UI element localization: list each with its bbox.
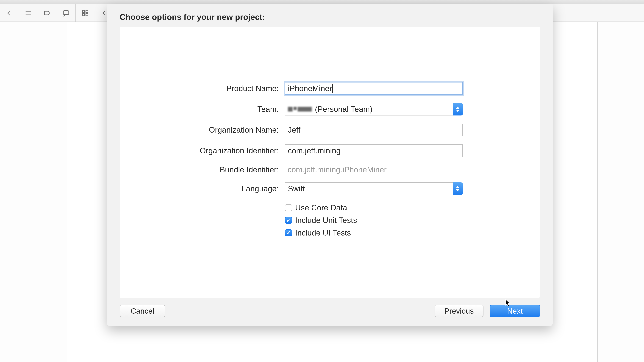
comment-icon[interactable] (61, 8, 71, 18)
language-popup[interactable]: Swift (285, 182, 463, 195)
checkmark-icon: ✓ (286, 230, 291, 236)
team-label: Team: (197, 105, 279, 114)
back-arrow-icon[interactable] (5, 8, 14, 18)
sheet-title: Choose options for your new project: (120, 12, 540, 22)
svg-rect-5 (86, 10, 88, 12)
use-core-data-label: Use Core Data (295, 203, 347, 212)
product-name-input[interactable]: iPhoneMiner (285, 82, 463, 95)
include-unit-tests-row: ✓ Include Unit Tests (285, 216, 463, 225)
tag-icon[interactable] (42, 8, 52, 18)
next-button[interactable]: Next (490, 305, 540, 317)
svg-rect-3 (63, 10, 69, 14)
include-unit-tests-label: Include Unit Tests (295, 216, 357, 225)
list-icon[interactable] (24, 8, 33, 18)
cancel-button[interactable]: Cancel (120, 305, 165, 317)
toolbar-divider (76, 4, 76, 22)
language-popup-value: Swift (285, 182, 453, 195)
svg-rect-4 (82, 10, 84, 12)
use-core-data-checkbox[interactable] (285, 204, 292, 211)
organization-name-input[interactable]: Jeff (285, 124, 463, 136)
include-ui-tests-label: Include UI Tests (295, 228, 351, 237)
product-name-value: iPhoneMiner (288, 84, 332, 93)
previous-button[interactable]: Previous (434, 305, 484, 317)
checkmark-icon: ✓ (286, 217, 291, 223)
svg-rect-7 (86, 13, 88, 15)
team-name-redacted (288, 107, 312, 112)
bundle-identifier-value: com.jeff.mining.iPhoneMiner (285, 165, 463, 174)
include-unit-tests-checkbox[interactable]: ✓ (285, 217, 292, 224)
include-ui-tests-checkbox[interactable]: ✓ (285, 229, 292, 236)
new-project-sheet: Choose options for your new project: Pro… (107, 4, 553, 326)
left-sidebar (0, 22, 67, 362)
bundle-identifier-label: Bundle Identifier: (197, 165, 279, 174)
include-ui-tests-row: ✓ Include UI Tests (285, 228, 463, 237)
project-options-form: Product Name: iPhoneMiner Team: (Persona… (197, 82, 463, 298)
use-core-data-row: Use Core Data (285, 203, 463, 212)
right-sidebar (598, 22, 644, 362)
organization-identifier-label: Organization Identifier: (197, 146, 279, 155)
language-label: Language: (197, 184, 279, 193)
sheet-footer: Cancel Previous Next (120, 305, 540, 317)
organization-identifier-input[interactable]: com.jeff.mining (285, 144, 463, 157)
team-popup[interactable]: (Personal Team) (285, 103, 463, 115)
popup-arrows-icon (453, 182, 463, 195)
product-name-label: Product Name: (197, 84, 279, 93)
organization-name-label: Organization Name: (197, 125, 279, 134)
team-popup-value: (Personal Team) (285, 103, 453, 115)
text-cursor (332, 84, 333, 93)
sheet-body: Product Name: iPhoneMiner Team: (Persona… (120, 27, 540, 298)
svg-rect-6 (82, 13, 84, 15)
popup-arrows-icon (453, 103, 463, 115)
grid-icon[interactable] (80, 8, 90, 18)
